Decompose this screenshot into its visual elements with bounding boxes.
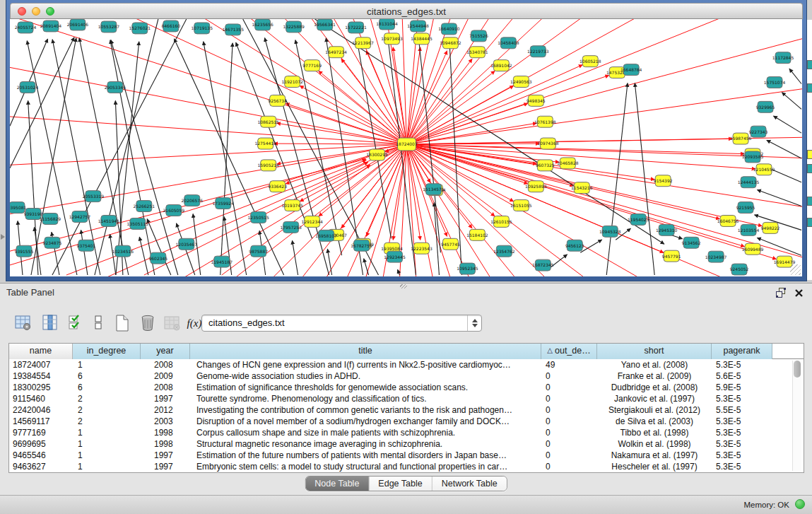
- table-cell: Investigating the contribution of common…: [190, 404, 541, 416]
- table-toolbar: f(x) citations_edges.txt: [8, 309, 804, 339]
- network-window-titlebar[interactable]: citations_edges.txt: [10, 3, 803, 19]
- network-node: [807, 60, 812, 69]
- rows-icon[interactable]: [88, 312, 109, 334]
- node-label: 12213967: [352, 40, 374, 45]
- scrollbar-thumb[interactable]: [794, 361, 801, 378]
- table-cell: 9699695: [9, 438, 73, 450]
- table-row[interactable]: 977716911998Corpus callosum shape and si…: [9, 427, 804, 438]
- table-row[interactable]: 2242004622012Investigating the contribut…: [9, 404, 804, 416]
- black-edge: [147, 219, 171, 275]
- column-header-in-degree[interactable]: in_degree: [73, 344, 141, 359]
- node-label: 16872345: [532, 262, 554, 267]
- node-label: 19566341: [314, 22, 336, 27]
- network-canvas[interactable]: 1872400718300295193845541097436896073251…: [10, 19, 802, 276]
- network-node: [807, 218, 812, 227]
- table-cell: Changes of HCN gene expression and I(f) …: [190, 359, 541, 370]
- node-label: 10761398: [534, 119, 556, 124]
- table-cell: 2009: [141, 370, 190, 382]
- tab-network-table[interactable]: Network Table: [433, 477, 507, 491]
- table-select-dropdown[interactable]: citations_edges.txt: [201, 315, 482, 332]
- node-label: 12610155: [490, 219, 512, 224]
- node-label: 12104559: [753, 167, 775, 172]
- tab-node-table[interactable]: Node Table: [305, 477, 369, 491]
- table-cell: Genome-wide association studies in ADHD.: [190, 370, 541, 382]
- column-header-out-de-[interactable]: △out_de…: [541, 344, 597, 359]
- table-row[interactable]: 1456911722003Disruption of a novel membe…: [9, 416, 804, 427]
- node-label: 9375401: [77, 243, 96, 248]
- column-header-title[interactable]: title: [190, 344, 541, 359]
- node-label: 16958107: [315, 233, 337, 238]
- node-label: 9602345: [148, 256, 167, 261]
- table-row[interactable]: 946362711997Embryonic stem cells: a mode…: [9, 461, 804, 472]
- tab-edge-table[interactable]: Edge Table: [369, 477, 432, 491]
- node-label: 10973493: [381, 36, 403, 41]
- node-label: 13505115: [127, 221, 149, 226]
- node-label: 10605218: [579, 59, 601, 64]
- table-row[interactable]: 1872400712008Changes of HCN gene express…: [9, 359, 804, 370]
- status-bar: Memory: OK: [0, 495, 812, 514]
- red-edge: [406, 19, 802, 144]
- node-label: 11451945: [98, 218, 120, 223]
- node-label: 15184102: [466, 233, 488, 238]
- column-edit-icon[interactable]: [40, 312, 61, 334]
- table-cell: Franke et al. (2009): [597, 370, 712, 382]
- black-edge: [397, 269, 399, 275]
- column-header-year[interactable]: year: [141, 344, 190, 359]
- node-label: 15276021: [129, 25, 151, 30]
- node-label: 15751074: [764, 80, 786, 85]
- node-label: 15905214: [257, 163, 279, 168]
- split-pane-handle[interactable]: [400, 284, 407, 288]
- node-label: 14671355: [222, 27, 244, 32]
- node-label: 12035467: [176, 242, 198, 247]
- node-label: 9607325: [536, 163, 555, 168]
- table-select-value: citations_edges.txt: [208, 315, 285, 331]
- dropdown-stepper-icon: [467, 315, 481, 331]
- node-table: namein_degreeyeartitle△out_de…shortpager…: [8, 343, 804, 473]
- node-label: 12219733: [527, 49, 549, 54]
- import-table-disabled-icon: [161, 312, 182, 334]
- select-columns-icon[interactable]: [65, 312, 86, 334]
- node-label: 20531024: [17, 85, 39, 90]
- node-label: 7515526: [469, 33, 488, 38]
- node-label: 9329965: [756, 105, 775, 110]
- table-settings-icon[interactable]: [13, 312, 34, 334]
- node-label: 10862515: [257, 119, 279, 124]
- node-label: 20206576: [182, 198, 204, 203]
- node-label: 10234516: [112, 249, 134, 254]
- table-row[interactable]: 1830029562008Estimation of significance …: [9, 382, 804, 393]
- table-row[interactable]: 911546021997Tourette syndrome. Phenomeno…: [9, 393, 804, 404]
- new-table-icon[interactable]: [112, 312, 133, 334]
- close-panel-icon[interactable]: [794, 288, 804, 300]
- node-label: 21605059: [163, 208, 185, 213]
- node-label: 16235656: [252, 22, 273, 27]
- black-edge: [10, 37, 74, 168]
- table-cell: 5.3E-5: [712, 359, 772, 370]
- table-cell: 9463627: [9, 461, 73, 472]
- delete-table-icon[interactable]: [137, 312, 158, 334]
- resize-grip-icon[interactable]: [790, 264, 801, 275]
- node-label: 15987456: [730, 136, 752, 141]
- table-row[interactable]: 946554611997Estimation of the future num…: [9, 450, 804, 461]
- float-panel-icon[interactable]: [776, 288, 787, 300]
- node-label: 16497234: [325, 49, 347, 54]
- node-label: 9457745: [441, 242, 460, 247]
- node-label: 10234987: [705, 255, 727, 259]
- table-vertical-scrollbar[interactable]: [792, 361, 801, 471]
- collapse-arrow-icon[interactable]: [1, 234, 5, 240]
- node-label: 15134571: [423, 187, 445, 192]
- red-edge: [10, 19, 406, 144]
- memory-status-indicator[interactable]: [795, 499, 805, 509]
- node-label: 9245052: [730, 267, 749, 271]
- table-row[interactable]: 969969511998Structural magnetic resonanc…: [9, 438, 804, 450]
- node-label: 10458408: [498, 40, 519, 45]
- column-header-short[interactable]: short: [597, 344, 712, 359]
- node-label: 16046756: [717, 218, 739, 223]
- table-cell: 0: [541, 438, 597, 450]
- node-label: 9498222: [761, 226, 780, 230]
- black-edge: [606, 83, 628, 275]
- table-cell: Corpus callosum shape and size in male p…: [190, 427, 541, 438]
- column-header-name[interactable]: name: [9, 344, 73, 359]
- column-header-pagerank[interactable]: pagerank: [712, 344, 772, 359]
- table-row[interactable]: 1938455462009Genome-wide association stu…: [9, 370, 804, 382]
- black-edge: [757, 189, 801, 206]
